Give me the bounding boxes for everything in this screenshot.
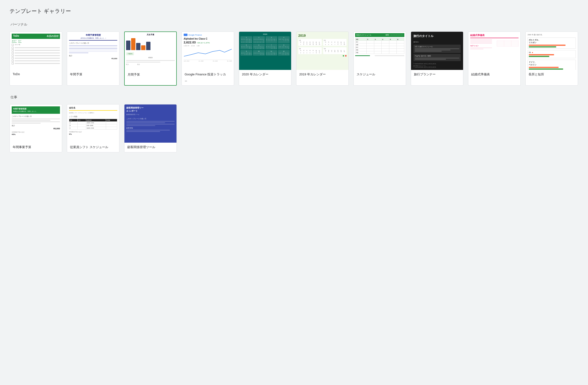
template-preview-calendar-2020: 2020 1 日月火水木金土 1234 567891011 2 日月火水木金土 [239,32,291,70]
template-card-proscons[interactable]: 2000 年 夏の旅行先 ポルトガル、リスボン 11 ◆ [525,32,578,86]
template-card-annual-business-budget[interactable]: 年間予算管理度 年間分の月別費目別、管理しました。 このテンプレートの使い方 集… [10,104,62,153]
template-preview-travel-planner: 旅行のタイトル 旅行者 1 5月 2 旅行スケジュール [411,32,463,70]
template-card-todo[interactable]: ToDo 今日の日付 未完了 完了 タスク名 [10,32,62,86]
template-preview-schedule: 勤怠のスケジュール 期間: 〇〇〇〇〇〇〇〇 名前 月 火 水 木 金 [354,32,406,70]
template-preview-google-finance: Google Finance Alphabet Inc Class C 2,62… [182,32,234,70]
template-sublabel-google-finance: ー [182,79,234,85]
template-label-travel-planner: 旅行プランナー [411,70,463,79]
template-label-monthly-budget: 月間予算 [125,70,176,80]
template-label-calendar-2020: 2020 年カレンダー [239,70,291,79]
template-label-todo: ToDo [10,70,62,79]
page-title: テンプレート ギャラリー [10,8,578,15]
template-label-crm: 顧客関係管理ツール [125,143,176,152]
template-label-proscons: 長所と短所 [526,70,578,79]
template-card-annual-budget[interactable]: 年間予算管理度（本年分の月別費目別、管理しました。） このテンプレートの使い方 … [67,32,119,86]
template-preview-annual-business-budget: 年間予算管理度 年間分の月別費目別、管理しました。 このテンプレートの使い方 集… [10,104,62,143]
personal-grid: ToDo 今日の日付 未完了 完了 タスク名 [10,32,578,86]
template-label-annual-budget: 年間予算 [67,70,119,79]
template-preview-calendar-2019: 2019 1月 日月火水木金土 123456 78910111213 2月 [296,32,348,70]
personal-section-title: パーソナル [10,22,578,27]
template-card-schedule[interactable]: 勤怠のスケジュール 期間: 〇〇〇〇〇〇〇〇 名前 月 火 水 木 金 [354,32,406,86]
template-label-annual-business-budget: 年間事業予算 [10,143,62,152]
template-card-crm[interactable]: 顧客関係管理ツール レポート 顧客関係管理ツール このテンプレートの使い方 顧客… [124,104,177,153]
work-grid: 年間予算管理度 年間分の月別費目別、管理しました。 このテンプレートの使い方 集… [10,104,578,153]
template-label-wedding: 結婚式準備表 [468,70,520,79]
template-card-travel-planner[interactable]: 旅行のタイトル 旅行者 1 5月 2 旅行スケジュール [411,32,463,86]
template-card-google-finance[interactable]: Google Finance Alphabet Inc Class C 2,62… [182,32,234,86]
template-label-calendar-2019: 2019 年カレンダー [296,70,348,79]
work-section: 仕事 年間予算管理度 年間分の月別費目別、管理しました。 このテンプレートの使い… [10,95,578,153]
template-card-employee-shift[interactable]: 会社名 従業員シフト スケジュール（1 週間分） シフト削除 名前 月日 勤務時… [67,104,119,153]
template-card-calendar-2020[interactable]: 2020 1 日月火水木金土 1234 567891011 2 日月火水木金土 [239,32,291,86]
work-section-title: 仕事 [10,95,578,99]
template-card-wedding[interactable]: 結婚式準備表 セクション [468,32,521,86]
template-preview-todo: ToDo 今日の日付 未完了 完了 タスク名 [10,32,62,70]
template-preview-wedding: 結婚式準備表 セクション [468,32,520,70]
template-label-employee-shift: 従業員シフト スケジュール [67,143,119,152]
template-preview-crm: 顧客関係管理ツール レポート 顧客関係管理ツール このテンプレートの使い方 顧客… [125,104,176,143]
template-card-monthly-budget[interactable]: 月次予算 +50% ¥500 収入 [124,32,177,86]
template-preview-proscons: 2000 年 夏の旅行先 ポルトガル、リスボン 11 ◆ [526,32,578,70]
template-label-schedule: スケジュール [354,70,406,79]
personal-section: パーソナル ToDo 今日の日付 未完了 完了 タ [10,22,578,86]
template-label-google-finance: Google Finance 投資トラッカ [182,70,234,79]
template-preview-employee-shift: 会社名 従業員シフト スケジュール（1 週間分） シフト削除 名前 月日 勤務時… [67,104,119,143]
template-card-calendar-2019[interactable]: 2019 1月 日月火水木金土 123456 78910111213 2月 [296,32,349,86]
template-preview-monthly-budget: 月次予算 +50% ¥500 収入 [125,32,176,70]
template-preview-annual-budget: 年間予算管理度（本年分の月別費目別、管理しました。） このテンプレートの使い方 … [67,32,119,70]
